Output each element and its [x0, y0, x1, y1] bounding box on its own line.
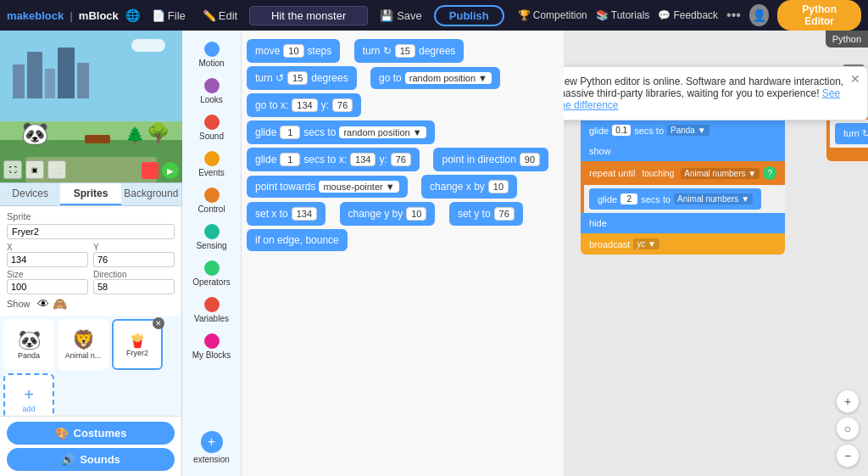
sprite-item-animal[interactable]: 🦁 Animal n... [58, 319, 108, 370]
goto-x-input[interactable]: 134 [292, 98, 317, 112]
tab-devices[interactable]: Devices [0, 183, 60, 205]
goto-y-input[interactable]: 76 [332, 98, 353, 112]
change-y-input[interactable]: 10 [406, 207, 426, 221]
motion-label: Motion [198, 59, 224, 68]
category-looks[interactable]: Looks [186, 74, 237, 109]
set-x-input[interactable]: 134 [292, 207, 317, 221]
block-goto-random[interactable]: go to random position ▼ [370, 67, 500, 89]
glide-animal-block[interactable]: glide 2 secs to Animal numbers ▼ [589, 188, 761, 210]
project-name[interactable]: Hit the monster [249, 6, 368, 25]
category-myblocks[interactable]: My Blocks [186, 329, 237, 364]
small-stage-button[interactable]: ▣ [25, 160, 44, 179]
size-input[interactable] [7, 279, 88, 294]
turn-cw-input[interactable]: 15 [395, 44, 415, 58]
glide-to-dropdown[interactable]: random position ▼ [339, 126, 426, 138]
touching-target[interactable]: Animal numbers ▼ [681, 168, 760, 179]
glide-secs-code-2[interactable]: 2 [620, 193, 637, 204]
glide-panda-block[interactable]: glide 0.1 secs to Panda ▼ [581, 120, 785, 141]
hide-eye-button[interactable]: 🙈 [53, 297, 67, 311]
glide-secs-code-1[interactable]: 0.1 [612, 125, 631, 136]
delete-sprite-button[interactable]: ✕ [153, 317, 164, 329]
python-editor-button[interactable]: Python Editor [777, 0, 861, 31]
show-block[interactable]: show [581, 141, 785, 161]
fullscreen-button[interactable]: ⛶ [3, 160, 22, 179]
y-input[interactable] [93, 252, 175, 267]
glide-secs-input[interactable]: 1 [280, 126, 300, 139]
myblocks-dot [204, 333, 220, 349]
point-towards-dropdown[interactable]: mouse-pointer ▼ [319, 181, 398, 193]
tutorials-link[interactable]: 📚 Tutorials [596, 9, 650, 21]
large-stage-button[interactable]: ⬜ [47, 160, 66, 179]
zoom-in-button[interactable]: + [836, 389, 860, 413]
costumes-button[interactable]: 🎨 Costumes [7, 422, 175, 445]
broadcast-dropdown[interactable]: yc ▼ [633, 238, 659, 249]
competition-link[interactable]: 🏆 Competition [518, 9, 587, 21]
user-avatar[interactable]: 👤 [749, 4, 769, 26]
category-events[interactable]: Events [186, 147, 237, 182]
glide-x-input[interactable]: 134 [350, 153, 376, 166]
tooltip-close-button[interactable]: ✕ [850, 72, 860, 86]
sounds-button[interactable]: 🔊 Sounds [7, 448, 175, 471]
block-if-on-edge[interactable]: if on edge, bounce [247, 229, 348, 251]
variables-label: Variables [194, 314, 229, 323]
turn-ccw-input[interactable]: 15 [287, 71, 308, 85]
broadcast-block[interactable]: broadcast yc ▼ [581, 233, 785, 255]
sprite-name-input[interactable] [7, 224, 175, 239]
turn-degrees-block[interactable]: turn ↻ 15 degrees [835, 123, 868, 144]
category-operators[interactable]: Operators [186, 256, 237, 291]
block-goto-xy[interactable]: go to x: 134 y: 76 [247, 93, 361, 117]
point-dir-input[interactable]: 90 [520, 153, 540, 166]
category-sound[interactable]: Sound [186, 110, 237, 145]
block-set-x[interactable]: set x to 134 [247, 202, 326, 226]
category-variables[interactable]: Variables [186, 293, 237, 328]
save-button[interactable]: 💾 Save [375, 9, 427, 22]
file-menu[interactable]: 📄 File [147, 9, 191, 22]
glide-secs2-input[interactable]: 1 [280, 153, 300, 166]
block-glide-xy[interactable]: glide 1 secs to x: 134 y: 76 [247, 148, 420, 171]
goto-dropdown[interactable]: random position ▼ [405, 72, 492, 84]
category-motion[interactable]: Motion [186, 37, 237, 72]
stop-button[interactable] [142, 162, 159, 179]
extension-button[interactable]: + extension [186, 426, 237, 469]
globe-icon[interactable]: 🌐 [125, 8, 140, 22]
block-change-x[interactable]: change x by 10 [421, 175, 517, 199]
block-point-towards[interactable]: point towards mouse-pointer ▼ [247, 176, 408, 198]
competition-icon: 🏆 [518, 9, 531, 21]
block-turn-ccw[interactable]: turn ↺ 15 degrees [247, 66, 357, 90]
block-glide-random[interactable]: glide 1 secs to random position ▼ [247, 120, 435, 144]
more-button[interactable]: ••• [726, 8, 741, 23]
hide-block-2[interactable]: hide [581, 213, 785, 233]
glide-target-1[interactable]: Panda ▼ [667, 125, 709, 136]
animal-thumb: 🦁 [72, 329, 95, 351]
repeat-until-block[interactable]: repeat until touching Animal numbers ▼ ? [581, 161, 785, 185]
change-x-input[interactable]: 10 [488, 180, 509, 193]
sprite-item-fryer[interactable]: ✕ 🍟 Fryer2 [112, 319, 163, 370]
direction-input[interactable] [93, 279, 175, 294]
glide-target-2[interactable]: Animal numbers ▼ [674, 193, 753, 204]
x-input[interactable] [7, 252, 88, 267]
publish-button[interactable]: Publish [434, 5, 504, 26]
run-button[interactable]: ▶ [162, 162, 179, 179]
zoom-reset-button[interactable]: ○ [836, 417, 860, 440]
touching-dropdown[interactable]: touching [638, 168, 677, 179]
block-turn-cw[interactable]: turn ↻ 15 degrees [354, 39, 465, 63]
block-point-direction[interactable]: point in direction 90 [433, 148, 548, 171]
tab-sprites[interactable]: Sprites [60, 183, 120, 205]
zoom-out-button[interactable]: − [836, 444, 860, 468]
block-set-y[interactable]: set y to 76 [449, 202, 523, 226]
tab-background[interactable]: Background [121, 183, 181, 205]
block-change-y[interactable]: change y by 10 [340, 202, 436, 226]
sprite-item-panda[interactable]: 🐼 Panda [3, 319, 54, 370]
sensing-dot [204, 224, 220, 239]
set-y-input[interactable]: 76 [494, 207, 515, 221]
edit-menu[interactable]: ✏️ Edit [198, 9, 242, 22]
show-eye-button[interactable]: 👁 [37, 297, 49, 311]
move-steps-input[interactable]: 10 [283, 44, 303, 58]
add-sprite-button[interactable]: + add [3, 373, 54, 416]
block-move[interactable]: move 10 steps [247, 39, 340, 63]
glide-y-input[interactable]: 76 [391, 153, 411, 166]
category-control[interactable]: Control [186, 183, 237, 218]
feedback-link[interactable]: 💬 Feedback [658, 9, 718, 21]
category-sensing[interactable]: Sensing [186, 220, 237, 255]
sprite-properties: Sprite X Y Size Direction [0, 206, 181, 316]
